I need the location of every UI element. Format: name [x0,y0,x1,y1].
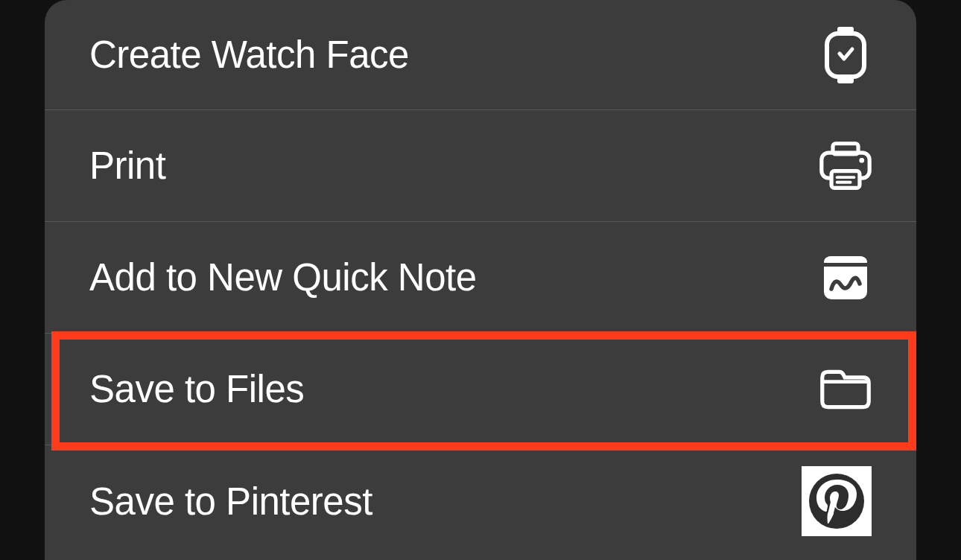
printer-icon [819,140,872,192]
menu-item-create-watch-face[interactable]: Create Watch Face [45,0,916,110]
folder-icon [819,363,872,416]
menu-item-quick-note[interactable]: Add to New Quick Note [45,222,916,334]
menu-item-label: Add to New Quick Note [89,255,477,299]
watch-face-icon [819,29,872,81]
svg-rect-5 [831,171,860,188]
share-sheet: Create Watch Face Print Add to New [45,0,916,560]
svg-rect-11 [824,263,867,267]
menu-item-label: Save to Pinterest [89,480,372,524]
menu-item-label: Print [89,144,165,188]
svg-point-8 [859,158,864,163]
pinterest-icon [802,466,872,536]
menu-item-save-to-files[interactable]: Save to Files [45,334,916,445]
menu-item-print[interactable]: Print [45,110,916,222]
quick-note-icon [819,252,872,304]
menu-item-save-to-pinterest[interactable]: Save to Pinterest [45,445,916,557]
menu-item-label: Create Watch Face [89,33,409,77]
menu-item-label: Save to Files [89,367,304,411]
